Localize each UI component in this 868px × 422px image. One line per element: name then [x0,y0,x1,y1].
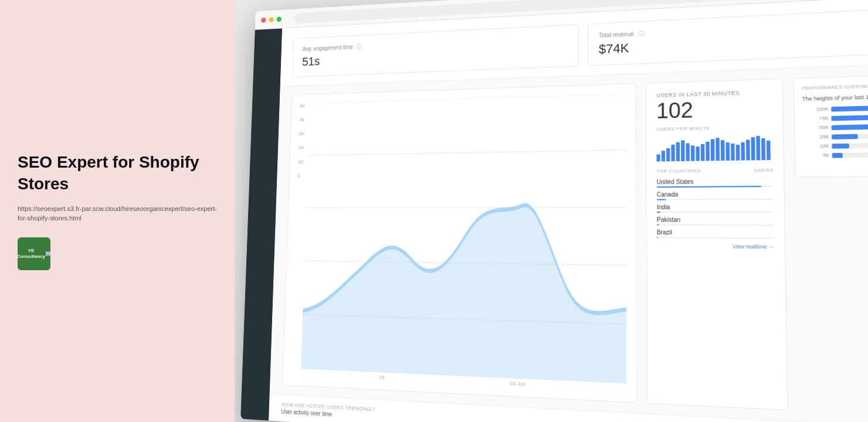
bar-mini [696,147,700,161]
country-bar-fill [657,212,660,213]
bar-mini [767,141,771,160]
bar-mini [751,137,755,160]
h-bar-fill [832,143,849,148]
right-card-title: PERFORMANCE OVERVIEW [802,82,868,91]
page-title: SEO Expert for Shopify Stores [18,152,217,195]
bar-mini [711,139,715,161]
h-bar-fill [831,104,868,111]
line-chart-card: 5K 4K 3K 2K 1K 0 [282,83,637,403]
countries-section: TOP COUNTRIES USERS United States Canad [657,168,775,250]
right-cards: PERFORMANCE OVERVIEW The heights of your… [793,74,868,418]
country-item-us: United States [657,178,774,188]
bar-mini [676,142,680,161]
h-bar-fill [831,114,868,121]
bar-mini [756,136,760,161]
svg-line-2 [306,207,626,208]
realtime-card: USERS IN LAST 30 MINUTES 102 USERS PER M… [646,79,788,411]
bar-mini [746,139,750,160]
main-area: Avg. engagement time ⓘ 51s Total revenue… [269,0,868,422]
h-bar-track [832,132,868,139]
right-panel: Avg. engagement time ⓘ 51s Total revenue… [235,0,868,422]
h-bar-row: 100K [802,104,868,113]
h-bar-track [832,123,868,130]
h-bar-track [831,114,868,121]
left-panel: SEO Expert for Shopify Stores https://se… [0,0,235,422]
h-bar-row: 25K [803,132,868,140]
h-bar-track [832,151,868,158]
h-bar-fill [832,134,858,139]
line-chart-svg [301,93,626,383]
country-bar-fill [657,237,658,238]
h-bar-row: 50K [802,122,868,131]
country-bar-track [657,237,774,239]
dashboard-content: Avg. engagement time ⓘ 51s Total revenue… [240,0,868,422]
bar-mini [662,151,665,161]
view-all-link[interactable]: View all → [803,162,868,169]
h-bar-row: 75K [802,113,868,121]
bar-mini [671,145,674,162]
metric-card-engagement: Avg. engagement time ⓘ 51s [292,24,578,77]
right-card-performance: PERFORMANCE OVERVIEW The heights of your… [793,74,868,178]
bar-mini [721,140,725,161]
realtime-count: 102 [656,97,772,122]
svg-line-1 [308,150,626,155]
h-bar-chart: 100K 75K [802,104,868,158]
h-bar-fill [832,152,843,158]
bar-mini [686,143,690,161]
logo-badge: YE Consultancy 🏢 [18,237,50,270]
svg-line-0 [309,93,626,103]
bar-mini [761,138,765,160]
realtime-subtitle: USERS PER MINUTE [656,124,772,132]
country-bar-fill [657,224,659,226]
metric-card-revenue: Total revenue ⓘ $74K ⚠ [588,7,868,66]
country-bar-track [657,186,774,188]
right-card-subtitle: The heights of your last 100 users... [802,93,868,102]
country-item-pk: Pakistan [657,216,774,226]
h-bar-fill [832,124,868,130]
nav-dot-yellow [269,17,274,22]
chart-y-labels: 5K 4K 3K 2K 1K 0 [297,103,307,178]
h-bar-row: 5K [803,151,868,158]
page-url[interactable]: https://seoexpert.s3.fr-par.scw.cloud/hi… [18,204,217,223]
nav-dot-red [261,17,266,22]
country-item-ca: Canada [657,190,774,200]
bar-mini [681,140,685,161]
h-bar-row: 10K [803,142,868,149]
bar-mini [716,138,720,161]
bar-mini [656,154,660,161]
bar-mini [666,148,670,161]
nav-dot-green [277,16,282,22]
country-bar-track [657,199,774,200]
h-bar-track [831,104,868,111]
country-bar-track [657,224,774,226]
charts-area: 5K 4K 3K 2K 1K 0 [270,63,868,422]
h-bar-track [832,142,868,148]
country-item-in: India [657,203,774,213]
bar-mini [736,145,740,161]
realtime-title: USERS IN LAST 30 MINUTES [656,89,772,98]
dashboard-wrapper: Avg. engagement time ⓘ 51s Total revenue… [240,0,868,422]
country-bar-fill [657,186,762,188]
country-bar-fill [657,199,666,200]
bar-chart-mini [656,133,773,161]
view-realtime-link[interactable]: View realtime → [657,243,775,250]
country-item-br: Brazil [657,229,774,239]
bar-mini [701,144,705,161]
bar-mini [725,142,730,161]
bar-mini [741,142,745,161]
country-bar-track [657,212,774,213]
line-chart-inner: 5K 4K 3K 2K 1K 0 [291,93,626,383]
bar-mini [706,142,710,161]
bar-mini [691,145,695,161]
countries-title: TOP COUNTRIES USERS [657,168,774,174]
bar-mini [731,144,735,161]
